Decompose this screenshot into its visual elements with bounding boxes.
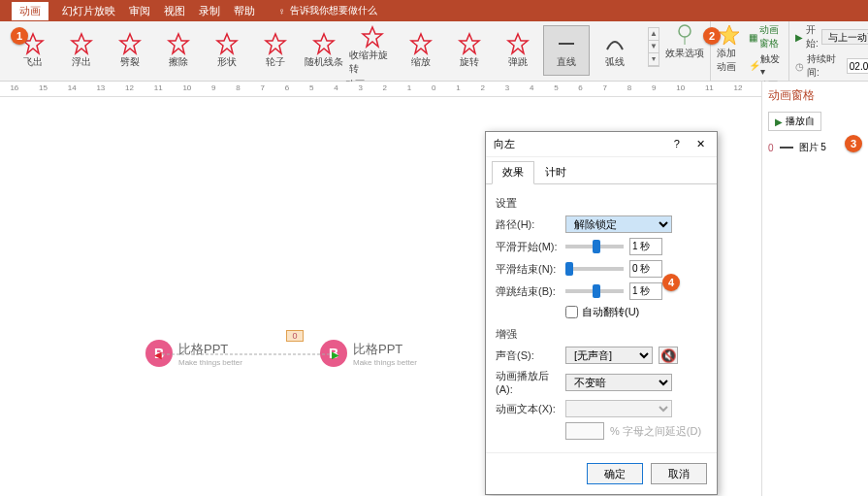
timing-duration-input[interactable] (847, 58, 868, 74)
pane-icon: ▦ (749, 32, 757, 42)
menu-tab-review[interactable]: 审阅 (129, 4, 150, 18)
bounce-end-label: 弹跳结束(B): (496, 284, 560, 299)
smooth-start-value[interactable] (629, 238, 662, 255)
effect-options-icon (673, 23, 696, 47)
trigger-icon: ⚡ (749, 60, 758, 70)
star-icon (506, 32, 530, 55)
dialog-tabs: 效果 计时 (486, 157, 717, 184)
animation-item-2[interactable]: 劈裂 (107, 25, 153, 76)
menu-tab-view[interactable]: 视图 (164, 4, 185, 18)
callout-4: 4 (662, 274, 680, 291)
entry-index: 0 (768, 143, 774, 153)
path-select[interactable]: 解除锁定 (565, 215, 672, 233)
auto-reverse-checkbox[interactable] (565, 306, 578, 318)
animation-pane-title: 动画窗格 (768, 87, 862, 104)
callout-2: 2 (703, 27, 721, 45)
svg-marker-5 (266, 34, 285, 53)
path-start-icon[interactable]: ▶ (332, 349, 339, 360)
animation-tag[interactable]: 0 (286, 330, 304, 342)
star-icon (167, 32, 190, 55)
entry-name: 图片 5 (799, 141, 826, 154)
menu-tab-record[interactable]: 录制 (199, 4, 220, 18)
motion-path-icon (780, 147, 793, 149)
callout-1: 1 (11, 27, 28, 45)
animation-item-7[interactable]: 收缩并旋转 (349, 25, 396, 76)
svg-marker-6 (314, 34, 334, 53)
smooth-start-label: 平滑开始(M): (496, 240, 560, 254)
menu-tab-help[interactable]: 帮助 (234, 4, 255, 18)
star-icon (555, 32, 578, 55)
bounce-end-slider[interactable] (565, 289, 624, 293)
effect-options-button[interactable]: 效果选项 (665, 23, 704, 60)
svg-point-12 (679, 25, 691, 37)
play-from-button[interactable]: ▶ 播放自 (768, 112, 821, 131)
star-icon (215, 32, 239, 55)
smooth-end-label: 平滑结束(N): (496, 262, 560, 277)
auto-reverse-label: 自动翻转(U) (582, 305, 639, 319)
letter-delay-input (565, 422, 604, 440)
animation-item-8[interactable]: 缩放 (398, 25, 444, 76)
path-label: 路径(H): (496, 217, 560, 232)
add-animation-icon (718, 23, 741, 47)
tell-me-search[interactable]: ♀ 告诉我你想要做什么 (278, 4, 377, 17)
cancel-button[interactable]: 取消 (651, 463, 707, 484)
sound-select[interactable]: [无声音] (565, 347, 653, 364)
smooth-start-slider[interactable] (565, 245, 624, 248)
animation-item-9[interactable]: 旋转 (446, 25, 493, 76)
play-icon: ▶ (775, 116, 783, 127)
section-enhance: 增强 (496, 327, 707, 342)
letter-delay-label: % 字母之间延迟(D) (610, 424, 701, 439)
svg-marker-8 (411, 34, 431, 53)
sound-label: 声音(S): (496, 348, 560, 363)
timing-start-select[interactable]: 与上一动画... (821, 29, 868, 45)
star-icon (458, 32, 481, 55)
after-animation-select[interactable]: 不变暗 (565, 374, 672, 391)
animation-item-10[interactable]: 弹跳 (495, 25, 541, 76)
gallery-scroll[interactable]: ▲▼▾ (648, 27, 659, 67)
horizontal-ruler: 1615141312111098765432101234567891011121… (0, 82, 868, 97)
menu-tab-slideshow[interactable]: 幻灯片放映 (62, 4, 115, 18)
path-end-icon[interactable]: ◀ (154, 349, 162, 360)
menu-tab-animation[interactable]: 动画 (12, 2, 48, 20)
timing-duration-row: ◷ 持续时间: (795, 52, 868, 80)
motion-path[interactable] (157, 351, 337, 357)
dialog-help-button[interactable]: ? (674, 138, 680, 149)
smooth-end-slider[interactable] (565, 267, 624, 271)
star-icon (312, 32, 336, 55)
animation-gallery: 飞出浮出劈裂擦除形状轮子随机线条收缩并旋转缩放旋转弹跳直线弧线 (6, 23, 642, 78)
animation-item-6[interactable]: 随机线条 (301, 25, 347, 76)
add-animation-button[interactable]: 添加动画 (717, 23, 743, 74)
tab-timing[interactable]: 计时 (534, 161, 577, 183)
play-icon: ▶ (795, 32, 803, 43)
animation-item-4[interactable]: 形状 (204, 25, 250, 76)
star-icon (118, 32, 142, 55)
svg-marker-7 (363, 27, 382, 47)
star-icon (409, 32, 433, 55)
logo-subtext: Make things better (178, 358, 242, 367)
svg-marker-2 (120, 34, 140, 53)
sound-volume-button[interactable]: 🔇 (659, 347, 678, 364)
bounce-end-value[interactable] (629, 282, 662, 300)
animation-item-3[interactable]: 擦除 (155, 25, 202, 76)
animation-item-5[interactable]: 轮子 (252, 25, 299, 76)
tab-effect[interactable]: 效果 (492, 161, 534, 184)
dialog-close-button[interactable]: ✕ (692, 138, 709, 149)
animation-pane-button[interactable]: ▦ 动画窗格 (749, 23, 783, 50)
animation-item-1[interactable]: 浮出 (58, 25, 105, 76)
trigger-button[interactable]: ⚡ 触发 ▾ (749, 52, 783, 77)
animate-text-select (565, 400, 672, 417)
menu-bar: 动画 幻灯片放映 审阅 视图 录制 帮助 ♀ 告诉我你想要做什么 (0, 0, 868, 21)
svg-marker-9 (460, 34, 479, 53)
smooth-end-value[interactable] (629, 260, 662, 278)
svg-marker-4 (217, 34, 237, 53)
callout-3: 3 (845, 135, 862, 152)
logo-subtext: Make things better (353, 358, 417, 367)
ok-button[interactable]: 确定 (587, 463, 643, 484)
animation-item-11[interactable]: 直线 (543, 25, 590, 76)
lightbulb-icon: ♀ (278, 6, 286, 17)
animation-item-12[interactable]: 弧线 (592, 25, 638, 76)
after-animation-label: 动画播放后(A): (496, 369, 560, 395)
svg-marker-10 (508, 34, 528, 53)
section-settings: 设置 (496, 196, 707, 211)
ribbon: 飞出浮出劈裂擦除形状轮子随机线条收缩并旋转缩放旋转弹跳直线弧线 ▲▼▾ 效果选项… (0, 21, 868, 82)
